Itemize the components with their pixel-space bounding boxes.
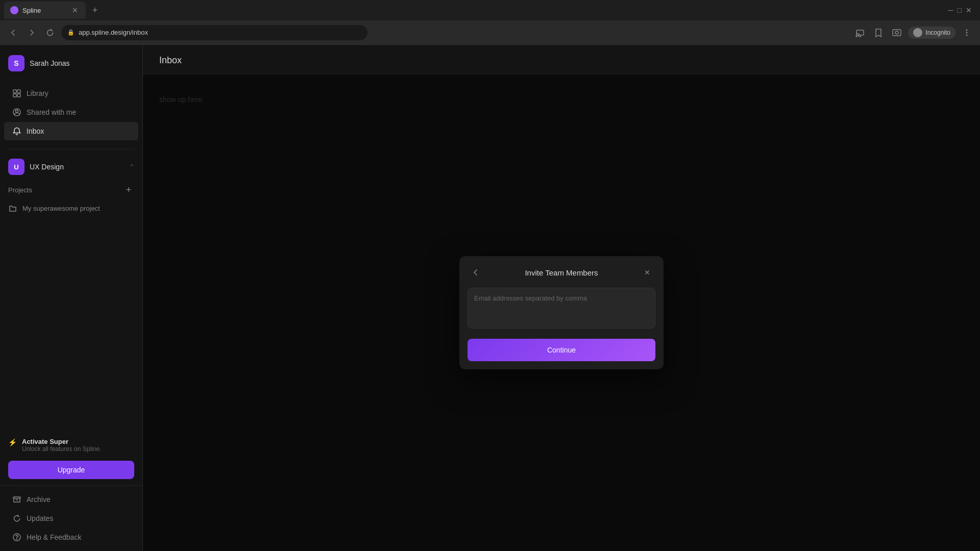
tab-bar: Spline ✕ + ─ □ ✕: [0, 0, 980, 20]
address-bar[interactable]: 🔒 app.spline.design/inbox: [61, 25, 368, 40]
invite-modal: Invite Team Members ✕ Continue: [459, 256, 664, 369]
user-profile[interactable]: S Sarah Jonas: [0, 45, 142, 80]
nav-bar: 🔒 app.spline.design/inbox Incognito: [0, 20, 980, 45]
bolt-icon: ⚡: [8, 438, 17, 446]
forward-button[interactable]: [24, 26, 39, 40]
modal-body: [459, 288, 664, 339]
svg-point-16: [17, 539, 17, 539]
main-body: show up here. Invite Team Members ✕: [143, 74, 980, 551]
sidebar-item-archive-label: Archive: [27, 495, 51, 504]
workspace-row[interactable]: U UX Design ⌃: [0, 154, 142, 180]
svg-point-3: [895, 31, 898, 34]
sidebar-divider-1: [8, 149, 134, 149]
workspace-avatar: U: [8, 159, 24, 175]
new-tab-button[interactable]: +: [88, 3, 102, 17]
sidebar-item-shared-label: Shared with me: [27, 108, 76, 116]
workspace-name: UX Design: [30, 163, 124, 171]
svg-rect-8: [13, 90, 16, 93]
tab-title: Spline: [22, 7, 66, 14]
svg-rect-2: [893, 30, 901, 36]
continue-button[interactable]: Continue: [468, 339, 655, 361]
chevron-icon: ⌃: [129, 163, 134, 170]
project-item[interactable]: My superawesome project: [0, 199, 142, 217]
sidebar-item-updates-label: Updates: [27, 514, 53, 522]
profile-icon[interactable]: [890, 26, 904, 40]
bell-icon: [12, 127, 21, 136]
svg-point-1: [856, 36, 857, 37]
user-avatar: S: [8, 55, 24, 71]
sidebar-item-updates[interactable]: Updates: [4, 509, 138, 528]
modal-close-button[interactable]: ✕: [640, 265, 654, 280]
lock-icon: 🔒: [67, 29, 75, 36]
svg-rect-11: [17, 94, 20, 97]
sidebar: S Sarah Jonas Library Shared with me: [0, 45, 143, 551]
sidebar-bottom: Archive Updates Help & Feedback: [0, 485, 142, 551]
sidebar-item-inbox[interactable]: Inbox: [4, 122, 138, 140]
incognito-icon: [913, 28, 922, 37]
email-input[interactable]: [468, 288, 655, 329]
svg-point-7: [966, 34, 968, 36]
sidebar-item-library[interactable]: Library: [4, 84, 138, 103]
minimize-button[interactable]: ─: [948, 6, 953, 14]
sidebar-item-library-label: Library: [27, 89, 48, 97]
activate-subtitle: Unlock all features on Spline.: [22, 445, 101, 453]
sidebar-nav: Library Shared with me Inbox: [0, 80, 142, 145]
activate-title: Activate Super: [22, 438, 101, 445]
projects-header: Projects +: [0, 180, 142, 199]
main-content: Inbox show up here. Invite Team Members …: [143, 45, 980, 551]
modal-footer: Continue: [459, 339, 664, 369]
help-circle-icon: [12, 533, 21, 542]
window-close-button[interactable]: ✕: [966, 6, 972, 14]
menu-icon[interactable]: [960, 26, 974, 40]
sidebar-item-help[interactable]: Help & Feedback: [4, 528, 138, 546]
svg-rect-0: [856, 30, 864, 35]
activate-super: ⚡ Activate Super Unlock all features on …: [0, 432, 142, 459]
bookmark-icon[interactable]: [871, 26, 886, 40]
nav-right: Incognito: [853, 26, 974, 40]
archive-icon: [12, 495, 21, 504]
sidebar-item-inbox-label: Inbox: [27, 127, 44, 135]
sidebar-item-archive[interactable]: Archive: [4, 490, 138, 509]
sidebar-item-shared[interactable]: Shared with me: [4, 103, 138, 121]
upgrade-button[interactable]: Upgrade: [8, 461, 134, 479]
sidebar-item-help-label: Help & Feedback: [27, 533, 81, 541]
active-tab[interactable]: Spline ✕: [4, 2, 86, 19]
cast-icon[interactable]: [853, 26, 867, 40]
page-title: Inbox: [159, 55, 964, 66]
user-name: Sarah Jonas: [30, 59, 70, 67]
main-header: Inbox: [143, 45, 980, 74]
incognito-label: Incognito: [925, 29, 950, 36]
grid-icon: [12, 89, 21, 98]
svg-point-5: [966, 29, 968, 31]
window-controls: ─ □ ✕: [948, 6, 976, 14]
app-layout: S Sarah Jonas Library Shared with me: [0, 45, 980, 551]
modal-overlay: Invite Team Members ✕ Continue: [143, 74, 980, 551]
projects-label: Projects: [8, 186, 32, 194]
modal-title: Invite Team Members: [525, 268, 598, 277]
refresh-icon: [12, 514, 21, 523]
reload-button[interactable]: [43, 26, 57, 40]
svg-point-6: [966, 32, 968, 33]
add-project-button[interactable]: +: [123, 184, 134, 195]
modal-header: Invite Team Members ✕: [459, 256, 664, 288]
svg-point-13: [16, 110, 18, 113]
svg-point-4: [917, 30, 919, 33]
person-circle-icon: [12, 108, 21, 117]
tab-close-button[interactable]: ✕: [70, 6, 80, 15]
modal-back-button[interactable]: [469, 265, 483, 280]
tab-favicon-icon: [10, 6, 18, 14]
incognito-button[interactable]: Incognito: [908, 27, 955, 39]
folder-icon: [8, 204, 17, 213]
svg-rect-9: [17, 90, 20, 93]
svg-rect-10: [13, 94, 16, 97]
svg-rect-14: [13, 497, 20, 498]
restore-button[interactable]: □: [958, 6, 962, 14]
address-text: app.spline.design/inbox: [79, 29, 148, 36]
back-button[interactable]: [6, 26, 20, 40]
project-name: My superawesome project: [22, 205, 100, 212]
